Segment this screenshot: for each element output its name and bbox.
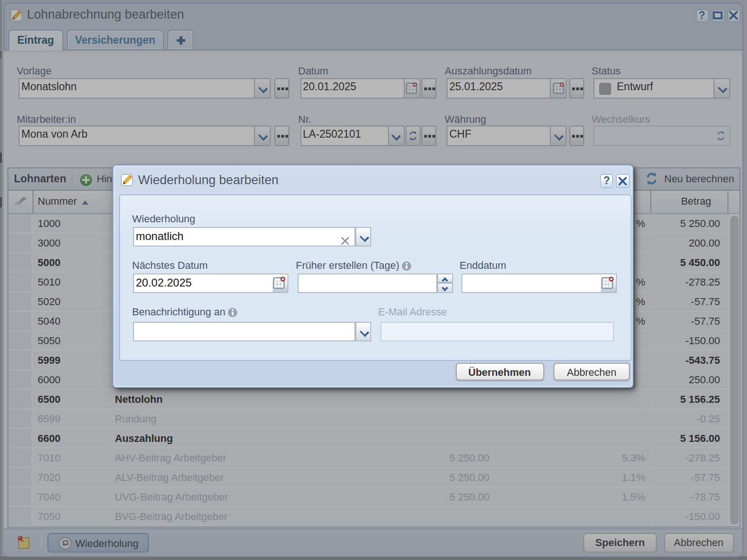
svg-text:?: ? xyxy=(603,174,609,186)
